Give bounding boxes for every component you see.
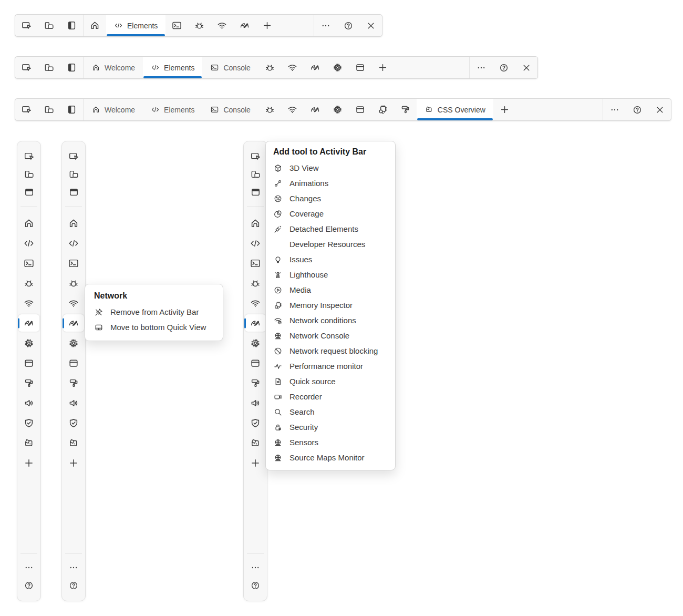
welcome-home-button[interactable] [84, 15, 106, 36]
tab-elements[interactable]: Elements [143, 57, 202, 78]
activity-item-welcome[interactable] [245, 214, 266, 232]
memory-inspector-tool-button[interactable] [371, 99, 394, 120]
activity-item-elements[interactable] [18, 234, 39, 252]
activity-item-css-overview[interactable] [245, 434, 266, 451]
activity-item-welcome[interactable] [63, 214, 84, 232]
activity-item-rendering[interactable] [63, 374, 84, 392]
menu-item-changes[interactable]: Changes [271, 191, 390, 206]
more-options-button[interactable] [603, 99, 626, 120]
menu-item-media[interactable]: Media [271, 282, 390, 297]
window-filled-button[interactable] [63, 184, 84, 200]
activity-item-audio[interactable] [245, 394, 266, 412]
device-emulation-button[interactable] [38, 99, 60, 120]
more-options-button[interactable] [470, 57, 492, 78]
inspect-button[interactable] [15, 15, 38, 36]
performance-tool-button[interactable] [304, 57, 326, 78]
activity-item-console[interactable] [63, 254, 84, 272]
activity-item-security[interactable] [18, 414, 39, 432]
dock-left-button[interactable] [60, 15, 83, 36]
menu-item-remove-from-activity-bar[interactable]: Remove from Activity Bar [91, 304, 216, 320]
activity-item-audio[interactable] [63, 394, 84, 412]
window-filled-button[interactable] [245, 184, 266, 200]
activity-item-css-overview[interactable] [18, 434, 39, 451]
activity-item-debugger[interactable] [18, 274, 39, 292]
help-button[interactable] [492, 57, 515, 78]
menu-item-network-request-blocking[interactable]: Network request blocking [271, 343, 390, 358]
activity-item-application[interactable] [63, 354, 84, 372]
activity-item-welcome[interactable] [18, 214, 39, 232]
device-emulation-button[interactable] [63, 166, 84, 182]
activity-item-css-overview[interactable] [63, 434, 84, 451]
menu-item-network-console[interactable]: Network Console [271, 328, 390, 343]
console-tool-button[interactable] [165, 15, 188, 36]
activity-item-performance[interactable] [245, 314, 266, 332]
activity-item-elements[interactable] [63, 234, 84, 252]
activity-item-console[interactable] [245, 254, 266, 272]
menu-item-lighthouse[interactable]: Lighthouse [271, 267, 390, 282]
activity-item-rendering[interactable] [245, 374, 266, 392]
activity-add-tool-button[interactable] [63, 454, 84, 471]
dock-left-button[interactable] [60, 57, 83, 78]
activity-add-tool-button[interactable] [245, 454, 266, 471]
menu-item-sensors[interactable]: Sensors [271, 435, 390, 450]
activity-help-button[interactable] [18, 578, 39, 593]
menu-item-network-conditions[interactable]: Network conditions [271, 313, 390, 328]
tab-elements[interactable]: Elements [143, 99, 202, 120]
menu-item-quick-source[interactable]: Quick source [271, 374, 390, 389]
more-options-button[interactable] [314, 15, 337, 36]
close-devtools-button[interactable] [648, 99, 671, 120]
tab-welcome[interactable]: Welcome [84, 99, 143, 120]
menu-item-recorder[interactable]: Recorder [271, 389, 390, 404]
menu-item-coverage[interactable]: Coverage [271, 206, 390, 221]
rendering-tool-button[interactable] [394, 99, 417, 120]
debugger-tool-button[interactable] [258, 57, 281, 78]
activity-add-tool-button[interactable] [18, 454, 39, 471]
activity-item-application[interactable] [18, 354, 39, 372]
activity-item-performance[interactable] [63, 314, 84, 332]
tab-welcome[interactable]: Welcome [84, 57, 143, 78]
tab-css-overview[interactable]: CSS Overview [417, 99, 493, 120]
menu-item-move-to-bottom-quick-view[interactable]: Move to bottom Quick View [91, 320, 216, 335]
inspect-button[interactable] [18, 148, 39, 164]
activity-more-button[interactable] [63, 560, 84, 576]
activity-item-application[interactable] [245, 354, 266, 372]
activity-item-network[interactable] [245, 294, 266, 312]
inspect-button[interactable] [245, 148, 266, 164]
activity-item-security[interactable] [245, 414, 266, 432]
device-emulation-button[interactable] [38, 15, 60, 36]
network-tool-button[interactable] [281, 57, 304, 78]
dock-left-button[interactable] [60, 99, 83, 120]
tab-elements[interactable]: Elements [106, 15, 165, 36]
add-tool-button[interactable] [256, 15, 278, 36]
activity-item-network[interactable] [18, 294, 39, 312]
menu-item-issues[interactable]: Issues [271, 252, 390, 267]
inspect-button[interactable] [15, 99, 38, 120]
activity-item-debugger[interactable] [245, 274, 266, 292]
add-tool-button[interactable] [371, 57, 394, 78]
menu-item-search[interactable]: Search [271, 404, 390, 419]
help-button[interactable] [626, 99, 648, 120]
network-tool-button[interactable] [211, 15, 233, 36]
debugger-tool-button[interactable] [258, 99, 281, 120]
window-filled-button[interactable] [18, 184, 39, 200]
activity-item-audio[interactable] [18, 394, 39, 412]
add-tool-button[interactable] [493, 99, 516, 120]
performance-tool-button[interactable] [304, 99, 326, 120]
menu-item-3d-view[interactable]: 3D View [271, 160, 390, 176]
activity-more-button[interactable] [18, 560, 39, 576]
memory-tool-button[interactable] [326, 99, 349, 120]
close-devtools-button[interactable] [515, 57, 537, 78]
memory-tool-button[interactable] [326, 57, 349, 78]
activity-more-button[interactable] [245, 560, 266, 576]
device-emulation-button[interactable] [18, 166, 39, 182]
inspect-button[interactable] [15, 57, 38, 78]
activity-item-memory[interactable] [245, 334, 266, 352]
activity-item-debugger[interactable] [63, 274, 84, 292]
activity-item-elements[interactable] [245, 234, 266, 252]
activity-help-button[interactable] [63, 578, 84, 593]
close-devtools-button[interactable] [359, 15, 382, 36]
menu-item-source-maps-monitor[interactable]: Source Maps Monitor [271, 450, 390, 465]
menu-item-developer-resources[interactable]: Developer Resources [271, 237, 390, 252]
activity-item-console[interactable] [18, 254, 39, 272]
inspect-button[interactable] [63, 148, 84, 164]
